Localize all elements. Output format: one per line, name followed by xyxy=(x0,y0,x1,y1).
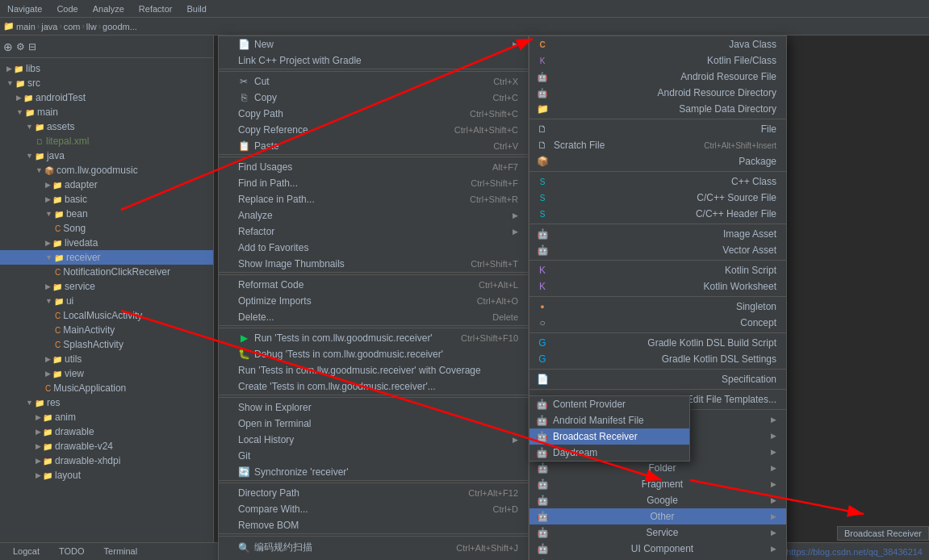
breadcrumb-llw[interactable]: llw xyxy=(86,22,97,31)
sub-file[interactable]: 🗋 File xyxy=(529,121,786,137)
menu-refactor[interactable]: Refactor xyxy=(135,2,177,15)
tree-view[interactable]: ▶ 📁 view xyxy=(0,366,213,381)
other-manifest[interactable]: 🤖 Android Manifest File xyxy=(529,412,689,428)
menu-navigate[interactable]: Navigate xyxy=(3,2,46,15)
tab-todo[interactable]: TODO xyxy=(52,545,91,559)
sub-scratch-file[interactable]: 🗋 Scratch File Ctrl+Alt+Shift+Insert xyxy=(529,137,786,153)
ctx-find-path[interactable]: Find in Path... Ctrl+Shift+F xyxy=(219,175,528,191)
tree-androidtest[interactable]: ▶ 📁 androidTest xyxy=(0,90,213,105)
sub-java-class[interactable]: C Java Class xyxy=(529,36,786,52)
tree-anim[interactable]: ▶ 📁 anim xyxy=(0,410,213,424)
ctx-find-usages[interactable]: Find Usages Alt+F7 xyxy=(219,159,528,175)
other-content-provider[interactable]: 🤖 Content Provider xyxy=(529,396,689,412)
ctx-copy-path[interactable]: Copy Path Ctrl+Shift+C xyxy=(219,106,528,122)
other-daydream[interactable]: 🤖 Daydream xyxy=(529,445,689,461)
tab-logcat[interactable]: Logcat xyxy=(6,545,46,559)
tree-drawable-v24[interactable]: ▶ 📁 drawable-v24 xyxy=(0,439,213,453)
ctx-local-history[interactable]: Local History xyxy=(219,432,528,448)
tree-drawable[interactable]: ▶ 📁 drawable xyxy=(0,424,213,439)
sub-fragment[interactable]: 🤖 Fragment xyxy=(529,476,786,492)
breadcrumb-com[interactable]: com xyxy=(64,22,81,31)
sub-gradle-settings[interactable]: G Gradle Kotlin DSL Settings xyxy=(529,351,786,367)
tree-ui[interactable]: ▼ 📁 ui xyxy=(0,294,213,308)
tree-song[interactable]: C Song xyxy=(0,221,213,236)
ctx-debug-tests[interactable]: 🐛 Debug 'Tests in com.llw.goodmusic.rece… xyxy=(219,346,528,362)
sub-cpp-header[interactable]: S C/C++ Header File xyxy=(529,206,786,222)
settings-icon[interactable]: ⚙ xyxy=(16,41,25,52)
breadcrumb-main[interactable]: 📁 main xyxy=(3,21,36,31)
ctx-run-coverage[interactable]: Run 'Tests in com.llw.goodmusic.receiver… xyxy=(219,362,528,378)
menu-build[interactable]: Build xyxy=(182,2,210,15)
tree-adapter[interactable]: ▶ 📁 adapter xyxy=(0,178,213,192)
sub-service[interactable]: 🤖 Service xyxy=(529,524,786,541)
ctx-realtime[interactable]: 🔄 关闭实时检测功能 xyxy=(219,557,528,560)
sub-cpp-source[interactable]: S C/C++ Source File xyxy=(529,190,786,206)
tree-livedata[interactable]: ▶ 📁 livedata xyxy=(0,236,213,250)
ctx-new[interactable]: 📄 New xyxy=(219,36,528,52)
ctx-synchronize[interactable]: 🔄 Synchronize 'receiver' xyxy=(219,464,528,480)
sub-kotlin-file[interactable]: K Kotlin File/Class xyxy=(529,52,786,69)
tree-musicapp[interactable]: C MusicApplication xyxy=(0,381,213,395)
sub-wear[interactable]: 🤖 Wear xyxy=(529,557,786,560)
ctx-refactor[interactable]: Refactor xyxy=(219,224,528,240)
ctx-optimize[interactable]: Optimize Imports Ctrl+Alt+O xyxy=(219,293,528,309)
ctx-copy[interactable]: ⎘ Copy Ctrl+C xyxy=(219,90,528,106)
ctx-create-tests[interactable]: Create 'Tests in com.llw.goodmusic.recei… xyxy=(219,378,528,395)
breadcrumb-java[interactable]: java xyxy=(41,22,57,31)
ctx-replace-path[interactable]: Replace in Path... Ctrl+Shift+R xyxy=(219,191,528,207)
menu-analyze[interactable]: Analyze xyxy=(89,2,128,15)
collapse-icon[interactable]: ⊟ xyxy=(28,41,36,52)
ctx-paste[interactable]: 📋 Paste Ctrl+V xyxy=(219,138,528,154)
tab-terminal[interactable]: Terminal xyxy=(98,545,144,559)
tree-litepal[interactable]: 🗋 litepal.xml xyxy=(0,134,213,148)
tree-localmusic[interactable]: C LocalMusicActivity xyxy=(0,308,213,323)
sub-image-asset[interactable]: 🤖 Image Asset xyxy=(529,226,786,242)
tree-utils[interactable]: ▶ 📁 utils xyxy=(0,352,213,366)
ctx-compare[interactable]: Compare With... Ctrl+D xyxy=(219,501,528,517)
ctx-favorites[interactable]: Add to Favorites xyxy=(219,240,528,256)
tree-receiver[interactable]: ▼ 📁 receiver xyxy=(0,250,213,265)
ctx-directory-path[interactable]: Directory Path Ctrl+Alt+F12 xyxy=(219,485,528,501)
tree-assets[interactable]: ▼ 📁 assets xyxy=(0,119,213,134)
tree-main[interactable]: ▼ 📁 main xyxy=(0,105,213,119)
tree-res[interactable]: ▼ 📁 res xyxy=(0,395,213,410)
tree-java[interactable]: ▼ 📁 java xyxy=(0,148,213,163)
sub-singleton[interactable]: ● Singleton xyxy=(529,299,786,315)
tree-bean[interactable]: ▼ 📁 bean xyxy=(0,207,213,221)
sub-package[interactable]: 📦 Package xyxy=(529,153,786,169)
tree-service[interactable]: ▶ 📁 service xyxy=(0,279,213,294)
sub-android-resource-dir[interactable]: 🤖 Android Resource Directory xyxy=(529,85,786,101)
sub-folder[interactable]: 🤖 Folder xyxy=(529,460,786,476)
tree-src[interactable]: ▼ 📁 src xyxy=(0,76,213,90)
add-file-icon[interactable]: ⊕ xyxy=(3,40,13,53)
ctx-git[interactable]: Git xyxy=(219,448,528,464)
sub-android-resource-file[interactable]: 🤖 Android Resource File xyxy=(529,69,786,85)
sub-cpp-class[interactable]: S C++ Class xyxy=(529,173,786,190)
sub-gradle-build[interactable]: G Gradle Kotlin DSL Build Script xyxy=(529,335,786,351)
ctx-reformat[interactable]: Reformat Code Ctrl+Alt+L xyxy=(219,277,528,293)
sub-concept[interactable]: ○ Concept xyxy=(529,315,786,331)
ctx-copy-reference[interactable]: Copy Reference Ctrl+Alt+Shift+C xyxy=(219,122,528,138)
ctx-run-tests[interactable]: ▶ Run 'Tests in com.llw.goodmusic.receiv… xyxy=(219,330,528,346)
tree-drawable-xhdpi[interactable]: ▶ 📁 drawable-xhdpi xyxy=(0,453,213,468)
ctx-analyze[interactable]: Analyze xyxy=(219,207,528,224)
ctx-show-thumbnails[interactable]: Show Image Thumbnails Ctrl+Shift+T xyxy=(219,256,528,272)
tree-mainactivity[interactable]: C MainActivity xyxy=(0,323,213,337)
ctx-remove-bom[interactable]: Remove BOM xyxy=(219,517,528,533)
tree-package[interactable]: ▼ 📦 com.llw.goodmusic xyxy=(0,163,213,178)
tree-splashactivity[interactable]: C SplashActivity xyxy=(0,337,213,352)
tree-layout[interactable]: ▶ 📁 layout xyxy=(0,468,213,483)
sub-sample-data-dir[interactable]: 📁 Sample Data Directory xyxy=(529,101,786,117)
sub-specification[interactable]: 📄 Specification xyxy=(529,371,786,387)
ctx-delete[interactable]: Delete... Delete xyxy=(219,309,528,325)
tree-notification-receiver[interactable]: C NotificationClickReceiver xyxy=(0,265,213,279)
other-broadcast[interactable]: 🤖 Broadcast Receiver xyxy=(529,428,689,445)
ctx-show-explorer[interactable]: Show in Explorer xyxy=(219,399,528,416)
sub-ui-component[interactable]: 🤖 UI Component xyxy=(529,541,786,557)
sub-kotlin-script[interactable]: K Kotlin Script xyxy=(529,262,786,278)
tree-basic[interactable]: ▶ 📁 basic xyxy=(0,192,213,207)
sub-kotlin-worksheet[interactable]: K Kotlin Worksheet xyxy=(529,278,786,295)
sub-google[interactable]: 🤖 Google xyxy=(529,492,786,508)
ctx-link-cpp[interactable]: Link C++ Project with Gradle xyxy=(219,52,528,69)
breadcrumb-goodm[interactable]: goodm... xyxy=(103,22,137,31)
